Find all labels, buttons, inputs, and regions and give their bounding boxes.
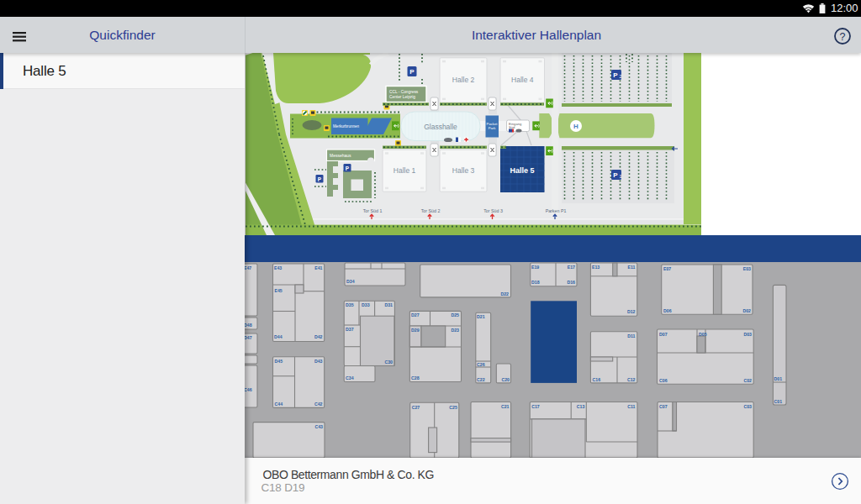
svg-text:D29: D29 xyxy=(411,328,420,333)
svg-text:H: H xyxy=(573,123,578,130)
svg-text:D31: D31 xyxy=(384,302,393,307)
svg-text:D25: D25 xyxy=(451,312,459,318)
svg-text:C43: C43 xyxy=(314,424,323,429)
svg-text:Messehaus: Messehaus xyxy=(330,153,351,158)
svg-text:E07: E07 xyxy=(663,266,671,271)
svg-text:P: P xyxy=(613,71,618,79)
svg-text:E13: E13 xyxy=(592,265,600,270)
svg-text:E17: E17 xyxy=(568,265,575,270)
svg-text:C46: C46 xyxy=(245,387,252,392)
svg-text:D01: D01 xyxy=(774,376,783,381)
svg-text:C12: C12 xyxy=(627,377,636,382)
svg-text:D27: D27 xyxy=(411,312,420,318)
svg-text:C42: C42 xyxy=(314,402,323,407)
svg-text:P: P xyxy=(409,68,415,76)
svg-text:D42: D42 xyxy=(314,334,323,339)
svg-text:C03: C03 xyxy=(743,404,752,409)
svg-text:Halle 4: Halle 4 xyxy=(511,76,534,84)
svg-text:D45: D45 xyxy=(275,359,283,364)
svg-text:Glasshalle: Glasshalle xyxy=(424,123,457,131)
svg-text:Tor Süd 1: Tor Süd 1 xyxy=(363,208,383,213)
svg-text:E41: E41 xyxy=(314,265,322,270)
svg-text:D37: D37 xyxy=(346,327,354,332)
svg-text:Parken P1: Parken P1 xyxy=(546,208,567,213)
svg-text:C26: C26 xyxy=(477,362,485,367)
svg-text:C16: C16 xyxy=(593,377,601,382)
svg-text:D34: D34 xyxy=(346,279,355,284)
svg-text:D48: D48 xyxy=(245,323,252,328)
svg-text:E03: E03 xyxy=(743,266,751,271)
svg-text:Süd: Süd xyxy=(509,125,515,129)
svg-text:C11: C11 xyxy=(627,404,635,409)
svg-text:C27: C27 xyxy=(412,405,420,410)
svg-text:D02: D02 xyxy=(742,308,751,313)
svg-text:D16: D16 xyxy=(567,280,575,285)
svg-text:C06: C06 xyxy=(659,378,668,383)
svg-text:Center Leipzig: Center Leipzig xyxy=(389,95,415,99)
svg-text:C21: C21 xyxy=(501,404,510,409)
svg-text:D22: D22 xyxy=(500,291,509,297)
svg-text:E45: E45 xyxy=(275,288,283,293)
svg-text:Halle 1: Halle 1 xyxy=(394,166,416,175)
svg-text:Halle 3: Halle 3 xyxy=(452,166,475,175)
svg-text:D12: D12 xyxy=(627,309,636,314)
svg-text:Park: Park xyxy=(489,126,497,130)
svg-text:C25: C25 xyxy=(449,405,457,410)
svg-text:1: 1 xyxy=(620,174,622,179)
svg-text:D18: D18 xyxy=(531,280,540,285)
svg-text:C34: C34 xyxy=(346,375,354,381)
svg-text:E19: E19 xyxy=(531,265,539,270)
svg-text:2: 2 xyxy=(620,74,622,79)
svg-text:D11: D11 xyxy=(627,333,635,339)
svg-text:Tor Süd 3: Tor Süd 3 xyxy=(483,208,503,213)
svg-text:D05: D05 xyxy=(699,332,707,337)
svg-text:C22: C22 xyxy=(477,377,485,382)
svg-text:P: P xyxy=(346,165,350,171)
svg-text:D03: D03 xyxy=(743,332,752,337)
svg-text:D47: D47 xyxy=(245,335,252,340)
svg-text:C07: C07 xyxy=(659,404,668,409)
svg-text:C30: C30 xyxy=(384,360,393,365)
svg-text:E43: E43 xyxy=(274,265,282,270)
svg-text:C20: C20 xyxy=(501,377,510,382)
svg-text:?: ? xyxy=(840,31,846,43)
svg-text:C17: C17 xyxy=(531,404,540,409)
svg-text:D21: D21 xyxy=(477,314,485,319)
svg-text:Halle 5: Halle 5 xyxy=(510,166,534,175)
svg-text:P: P xyxy=(613,171,618,179)
svg-text:C13: C13 xyxy=(577,404,585,409)
svg-text:D06: D06 xyxy=(663,308,672,313)
svg-text:C02: C02 xyxy=(743,378,752,383)
svg-text:D44: D44 xyxy=(274,334,283,339)
svg-text:C44: C44 xyxy=(275,402,283,407)
svg-text:D43: D43 xyxy=(314,359,323,364)
svg-text:P: P xyxy=(318,176,322,182)
svg-text:E47: E47 xyxy=(245,265,251,270)
svg-text:Tor Süd 2: Tor Süd 2 xyxy=(421,208,441,213)
svg-text:CCL - Congress: CCL - Congress xyxy=(389,90,419,94)
svg-text:D23: D23 xyxy=(451,328,459,333)
svg-text:D35: D35 xyxy=(346,302,354,307)
svg-text:E11: E11 xyxy=(628,265,636,270)
svg-text:D07: D07 xyxy=(659,332,668,337)
svg-text:D33: D33 xyxy=(362,302,370,307)
svg-text:C01: C01 xyxy=(774,399,783,404)
svg-text:C28: C28 xyxy=(411,375,420,381)
svg-text:Merkurbrunnen: Merkurbrunnen xyxy=(333,124,360,129)
svg-text:Halle 2: Halle 2 xyxy=(452,76,475,84)
